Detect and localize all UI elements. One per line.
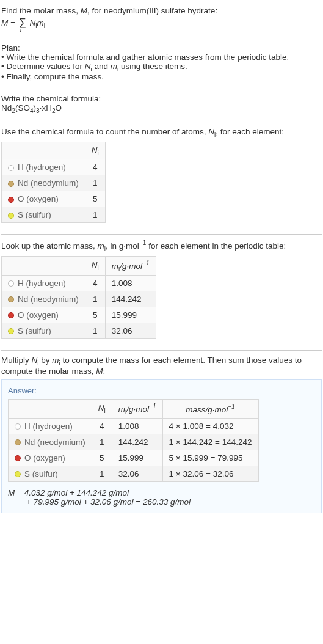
element-cell: H (hydrogen) <box>2 159 85 175</box>
mi-cell: 144.242 <box>105 291 156 307</box>
element-cell: Nd (neodymium) <box>2 291 85 307</box>
count-section: Use the chemical formula to count the nu… <box>1 123 322 233</box>
element-cell: Nd (neodymium) <box>2 175 85 191</box>
mass-cell: 1 × 144.242 = 144.242 <box>162 434 258 450</box>
mi-cell: 1.008 <box>105 275 156 291</box>
table-header-row: Ni mi/g·mol−1 <box>2 256 156 275</box>
ni-cell: 1 <box>92 434 112 450</box>
ni-cell: 5 <box>85 307 105 323</box>
col-ni: Ni <box>92 399 112 418</box>
table-header-row: Ni <box>2 142 106 159</box>
element-dot-icon <box>8 165 14 171</box>
element-dot-icon <box>8 280 14 287</box>
table-row: H (hydrogen) 4 <box>2 159 106 175</box>
col-mi: mi/g·mol−1 <box>112 399 162 418</box>
col-mi: mi/g·mol−1 <box>105 256 156 275</box>
table-row: S (sulfur) 1 <box>2 207 106 223</box>
element-cell: Nd (neodymium) <box>9 434 92 450</box>
ni-cell: 4 <box>92 418 112 434</box>
mass-cell: 5 × 15.999 = 79.995 <box>162 450 258 466</box>
divider <box>1 38 322 38</box>
ni-cell: 1 <box>92 466 112 481</box>
eq-line1: M = 4.032 g/mol + 144.242 g/mol <box>8 488 129 497</box>
intro-line: Find the molar mass, M, for neodymium(II… <box>1 6 322 15</box>
element-dot-icon <box>15 423 21 430</box>
ni-cell: 1 <box>85 291 105 307</box>
table-row: Nd (neodymium) 1 144.242 <box>2 291 156 307</box>
ni-cell: 1 <box>85 323 105 338</box>
count-title: Use the chemical formula to count the nu… <box>1 127 322 138</box>
mi-cell: 15.999 <box>112 450 162 466</box>
table-row: Nd (neodymium) 1 144.242 1 × 144.242 = 1… <box>9 434 259 450</box>
ni-cell: 5 <box>85 191 105 207</box>
table-row: Nd (neodymium) 1 <box>2 175 106 191</box>
ni-cell: 1 <box>85 175 105 191</box>
col-blank <box>2 256 85 275</box>
element-dot-icon <box>8 213 14 219</box>
mass-table: Ni mi/g·mol−1 H (hydrogen) 4 1.008 Nd (n… <box>1 256 156 339</box>
table-header-row: Ni mi/g·mol−1 mass/g·mol−1 <box>9 399 259 418</box>
molar-equation: M = 4.032 g/mol + 144.242 g/mol + 79.995… <box>8 488 315 507</box>
plan-title: Plan: <box>1 43 322 53</box>
mi-cell: 32.06 <box>105 323 156 338</box>
col-ni: Ni <box>85 256 105 275</box>
element-dot-icon <box>8 296 14 302</box>
divider <box>1 122 322 122</box>
mi-cell: 144.242 <box>112 434 162 450</box>
element-dot-icon <box>8 181 14 187</box>
element-dot-icon <box>15 439 21 445</box>
divider <box>1 350 322 351</box>
chem-title: Write the chemical formula: <box>1 94 322 103</box>
element-cell: O (oxygen) <box>9 450 92 466</box>
element-cell: H (hydrogen) <box>2 275 85 291</box>
plan-bullet: • Finally, compute the mass. <box>1 72 322 81</box>
plan-section: Plan: • Write the chemical formula and g… <box>1 40 322 88</box>
col-mass: mass/g·mol−1 <box>162 399 258 418</box>
chem-formula: Nd2(SO4)3·xH2O <box>1 103 322 114</box>
eq-line2: + 79.995 g/mol + 32.06 g/mol = 260.33 g/… <box>26 497 315 507</box>
element-dot-icon <box>8 197 14 203</box>
element-cell: O (oxygen) <box>2 307 85 323</box>
mi-cell: 15.999 <box>105 307 156 323</box>
multiply-section: Multiply Ni by mi to compute the mass fo… <box>1 352 322 519</box>
divider <box>1 89 322 89</box>
ni-cell: 4 <box>85 159 105 175</box>
element-dot-icon <box>15 471 21 477</box>
table-row: S (sulfur) 1 32.06 1 × 32.06 = 32.06 <box>9 466 259 481</box>
table-row: H (hydrogen) 4 1.008 <box>2 275 156 291</box>
molar-formula: M = ∑i Nimi <box>1 16 322 29</box>
answer-box: Answer: Ni mi/g·mol−1 mass/g·mol−1 H (hy… <box>1 379 322 513</box>
answer-label: Answer: <box>8 386 315 395</box>
mass-cell: 1 × 32.06 = 32.06 <box>162 466 258 481</box>
intro-section: Find the molar mass, M, for neodymium(II… <box>1 2 322 37</box>
element-cell: S (sulfur) <box>2 323 85 338</box>
table-row: O (oxygen) 5 15.999 5 × 15.999 = 79.995 <box>9 450 259 466</box>
mass-section: Look up the atomic mass, mi, in g·mol−1 … <box>1 236 322 348</box>
ni-cell: 1 <box>85 207 105 223</box>
col-blank <box>2 142 85 159</box>
divider <box>1 234 322 235</box>
element-cell: H (hydrogen) <box>9 418 92 434</box>
plan-bullet: • Determine values for Ni and mi using t… <box>1 62 322 73</box>
mi-cell: 32.06 <box>112 466 162 481</box>
plan-bullet: • Write the chemical formula and gather … <box>1 53 322 62</box>
element-cell: S (sulfur) <box>9 466 92 481</box>
chem-formula-section: Write the chemical formula: Nd2(SO4)3·xH… <box>1 90 322 120</box>
mi-cell: 1.008 <box>112 418 162 434</box>
table-row: O (oxygen) 5 <box>2 191 106 207</box>
ni-cell: 5 <box>92 450 112 466</box>
col-blank <box>9 399 92 418</box>
multiply-text: Multiply Ni by mi to compute the mass fo… <box>1 356 322 376</box>
element-cell: O (oxygen) <box>2 191 85 207</box>
answer-table: Ni mi/g·mol−1 mass/g·mol−1 H (hydrogen) … <box>8 399 259 482</box>
mass-title: Look up the atomic mass, mi, in g·mol−1 … <box>1 240 322 252</box>
mass-cell: 4 × 1.008 = 4.032 <box>162 418 258 434</box>
count-table: Ni H (hydrogen) 4 Nd (neodymium) 1 O (ox… <box>1 142 106 224</box>
element-cell: S (sulfur) <box>2 207 85 223</box>
ni-cell: 4 <box>85 275 105 291</box>
table-row: S (sulfur) 1 32.06 <box>2 323 156 338</box>
table-row: O (oxygen) 5 15.999 <box>2 307 156 323</box>
element-dot-icon <box>8 312 14 318</box>
element-dot-icon <box>15 455 21 461</box>
col-ni: Ni <box>85 142 105 159</box>
